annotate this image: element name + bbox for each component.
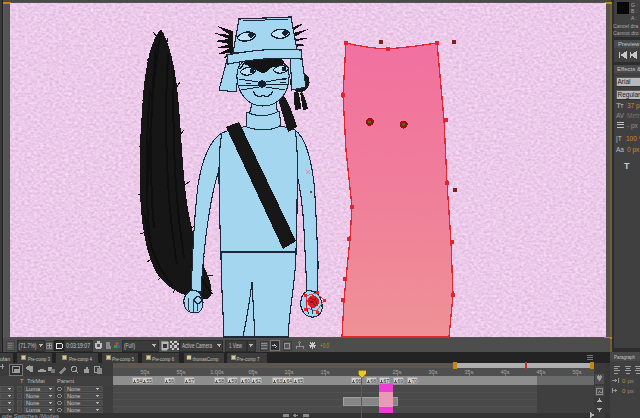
svg-text:25s: 25s bbox=[392, 369, 401, 375]
svg-text:54: 54 bbox=[137, 378, 143, 384]
svg-text:B :: B : bbox=[631, 8, 637, 14]
svg-text:Cancel dra: Cancel dra bbox=[613, 23, 638, 29]
svg-text:65: 65 bbox=[298, 378, 304, 384]
svg-text:40s: 40s bbox=[500, 369, 509, 375]
svg-text:A :: A : bbox=[631, 15, 637, 21]
svg-text:ode Switches /Modes: ode Switches /Modes bbox=[2, 413, 59, 418]
svg-text:Regular: Regular bbox=[618, 91, 640, 99]
svg-text:Luma: Luma bbox=[26, 407, 41, 413]
svg-text:05s: 05s bbox=[248, 369, 257, 375]
svg-text:(71.7%): (71.7%) bbox=[19, 342, 37, 350]
svg-text:Metri: Metri bbox=[627, 112, 640, 119]
svg-text:37 px: 37 px bbox=[627, 102, 640, 110]
svg-text:62: 62 bbox=[256, 378, 262, 384]
svg-text:70: 70 bbox=[412, 378, 418, 384]
svg-text:30s: 30s bbox=[428, 369, 437, 375]
svg-text:69: 69 bbox=[398, 378, 404, 384]
svg-text:50s: 50s bbox=[572, 369, 581, 375]
svg-text:1:00s: 1:00s bbox=[210, 369, 224, 375]
svg-text:T: T bbox=[624, 161, 630, 171]
svg-text:67: 67 bbox=[384, 378, 390, 384]
svg-text:+0.0: +0.0 bbox=[320, 342, 329, 349]
svg-text:15s: 15s bbox=[320, 369, 329, 375]
svg-text:Arial: Arial bbox=[618, 78, 632, 85]
svg-text:Parent: Parent bbox=[57, 378, 74, 384]
svg-text:(Full): (Full) bbox=[124, 342, 135, 350]
svg-text:Pre-comp 6: Pre-comp 6 bbox=[152, 356, 174, 362]
svg-text:64: 64 bbox=[287, 378, 293, 384]
svg-text:Luma: Luma bbox=[26, 386, 41, 392]
svg-text:0 px: 0 px bbox=[627, 146, 640, 154]
svg-text:1 View: 1 View bbox=[229, 342, 242, 349]
svg-text:TrkMat: TrkMat bbox=[27, 378, 45, 384]
svg-text:Paragraph: Paragraph bbox=[614, 354, 635, 360]
svg-text:68: 68 bbox=[371, 378, 377, 384]
svg-text:35s: 35s bbox=[464, 369, 473, 375]
svg-text:Pre-comp 4: Pre-comp 4 bbox=[69, 356, 92, 362]
svg-text:50s: 50s bbox=[140, 369, 149, 375]
svg-text:45s: 45s bbox=[536, 369, 545, 375]
svg-text:thomasComp: thomasComp bbox=[193, 356, 219, 362]
svg-text:Active Camera: Active Camera bbox=[182, 342, 212, 349]
svg-text:55s: 55s bbox=[176, 369, 185, 375]
svg-text:None: None bbox=[67, 400, 80, 406]
svg-text:Pre-comp 3: Pre-comp 3 bbox=[28, 356, 50, 362]
svg-text:100 %: 100 % bbox=[626, 135, 640, 142]
svg-text:None: None bbox=[67, 386, 80, 392]
svg-text:55: 55 bbox=[147, 378, 153, 384]
svg-text:Pre-comp 5: Pre-comp 5 bbox=[112, 356, 134, 362]
svg-text:px: px bbox=[628, 388, 634, 394]
svg-text:AV: AV bbox=[616, 112, 625, 119]
svg-text:None: None bbox=[26, 393, 39, 399]
svg-text:px: px bbox=[628, 378, 634, 384]
svg-text:ofan: ofan bbox=[0, 356, 10, 362]
svg-text:57: 57 bbox=[189, 378, 195, 384]
svg-text:56: 56 bbox=[169, 378, 175, 384]
svg-text:10s: 10s bbox=[284, 369, 293, 375]
svg-text:T: T bbox=[20, 378, 24, 384]
svg-text:66: 66 bbox=[356, 378, 362, 384]
svg-text:Preview: Preview bbox=[618, 41, 640, 47]
svg-text:63: 63 bbox=[277, 378, 283, 384]
svg-text:None: None bbox=[26, 400, 39, 406]
svg-text:T: T bbox=[620, 103, 624, 109]
svg-text:Aa: Aa bbox=[616, 146, 624, 153]
svg-text:Cannot dro: Cannot dro bbox=[613, 30, 639, 36]
svg-text:58: 58 bbox=[219, 378, 225, 384]
svg-text:0:03:19:07: 0:03:19:07 bbox=[66, 342, 90, 349]
svg-text:Pre-comp 7: Pre-comp 7 bbox=[237, 356, 260, 362]
svg-text:60: 60 bbox=[245, 378, 251, 384]
svg-text:59: 59 bbox=[232, 378, 238, 384]
svg-text:None: None bbox=[67, 393, 80, 399]
svg-text:- px: - px bbox=[627, 122, 639, 130]
svg-text:Effects &: Effects & bbox=[617, 66, 640, 72]
svg-text:None: None bbox=[67, 407, 80, 413]
svg-text:|T: |T bbox=[616, 135, 622, 143]
